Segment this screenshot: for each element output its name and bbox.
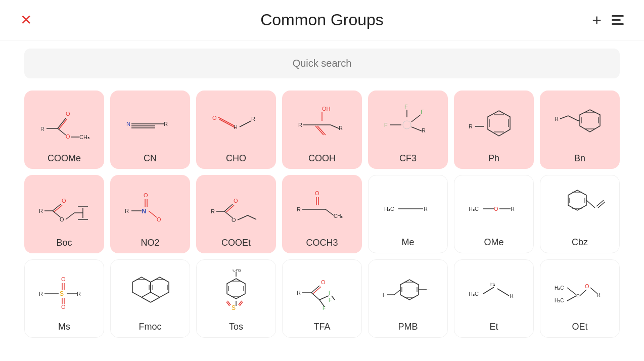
group-card-COOMe[interactable]: R O O CH₃ COOMe (24, 91, 104, 169)
svg-text:CH₃: CH₃ (334, 213, 343, 219)
search-bar[interactable] (24, 49, 620, 78)
svg-text:R: R (77, 291, 81, 297)
svg-line-49 (568, 116, 578, 121)
svg-text:R: R (298, 122, 302, 128)
group-card-COOEt[interactable]: R O O COOEt (196, 175, 276, 253)
structure-Et: H₃C H₂ R (458, 266, 529, 319)
group-label-Bn: Bn (574, 153, 585, 164)
close-button[interactable]: ✕ (20, 13, 32, 27)
app-header: ✕ Common Groups + (0, 0, 644, 40)
svg-line-24 (315, 126, 324, 135)
svg-text:O: O (212, 115, 217, 121)
svg-line-91 (326, 209, 334, 215)
group-label-Ms: Ms (58, 322, 70, 332)
group-card-Me[interactable]: H₃C R Me (368, 175, 448, 253)
svg-text:─: ─ (425, 287, 430, 293)
group-card-Boc[interactable]: R O O Boc (24, 175, 104, 253)
svg-text:R: R (297, 206, 301, 212)
svg-text:R: R (164, 121, 168, 127)
svg-text:S: S (232, 304, 236, 311)
group-card-OEt[interactable]: H₃C C O R H₃C OEt (540, 259, 620, 338)
group-card-Ms[interactable]: S O O R R Ms (24, 259, 104, 338)
svg-text:O: O (321, 279, 326, 285)
svg-line-168 (497, 289, 509, 296)
group-card-NO2[interactable]: R N O O NO2 (110, 175, 190, 253)
structure-Cbz (544, 182, 615, 234)
svg-text:O: O (66, 111, 70, 117)
svg-text:R: R (511, 206, 515, 212)
svg-text:CH₃: CH₃ (233, 269, 241, 273)
group-card-Tos[interactable]: CH₃ S Tos (196, 259, 276, 338)
svg-marker-50 (580, 110, 600, 132)
svg-line-106 (586, 200, 595, 208)
structure-CF3: F F F R (372, 97, 444, 150)
svg-line-28 (331, 125, 339, 128)
svg-line-83 (238, 215, 248, 220)
group-card-COCH3[interactable]: R O CH₃ COCH3 (282, 175, 362, 253)
svg-line-147 (311, 293, 319, 300)
group-card-Bn[interactable]: R Bn (540, 91, 620, 169)
svg-text:H₃C: H₃C (469, 291, 479, 297)
group-card-Et[interactable]: H₃C H₂ R Et (454, 259, 534, 338)
svg-line-37 (411, 127, 422, 131)
svg-line-163 (394, 290, 400, 295)
svg-text:R: R (297, 290, 301, 296)
structure-OMe: H₃C O R (458, 182, 529, 234)
group-label-OMe: OMe (484, 237, 503, 248)
svg-marker-156 (400, 280, 419, 300)
group-card-CN[interactable]: N R CN (110, 91, 190, 169)
svg-text:O: O (315, 190, 319, 196)
groups-grid: R O O CH₃ COOMe N R (0, 86, 644, 342)
svg-text:O: O (144, 192, 148, 198)
group-card-OMe[interactable]: H₃C O R OMe (454, 175, 534, 253)
group-label-Tos: Tos (229, 322, 243, 332)
group-card-COOH[interactable]: OH R R COOH (282, 91, 362, 169)
svg-line-123 (151, 297, 160, 302)
svg-text:H: H (234, 124, 238, 130)
svg-text:C: C (576, 293, 580, 298)
list-view-button[interactable] (612, 15, 624, 25)
group-label-COOEt: COOEt (221, 238, 251, 248)
structure-Me: H₃C R (373, 182, 443, 234)
search-input[interactable] (33, 58, 611, 69)
group-card-CF3[interactable]: F F F R CF3 (368, 91, 448, 169)
structure-Ms: S O O R R (29, 266, 100, 319)
svg-text:O: O (585, 283, 589, 289)
structure-PMB: F ─ (373, 266, 443, 319)
svg-text:R: R (422, 127, 426, 133)
group-card-Cbz[interactable]: Cbz (540, 175, 620, 253)
svg-text:R: R (424, 206, 428, 212)
svg-text:O: O (232, 217, 236, 223)
svg-text:O: O (494, 206, 498, 212)
svg-marker-120 (132, 277, 151, 297)
header-left: ✕ (20, 13, 32, 27)
svg-line-16 (218, 117, 235, 126)
svg-line-2 (58, 118, 66, 128)
svg-text:O: O (61, 276, 66, 282)
svg-line-48 (560, 116, 568, 119)
svg-text:O: O (60, 216, 64, 222)
group-label-Fmoc: Fmoc (139, 322, 162, 332)
group-card-CHO[interactable]: O H R CHO (196, 91, 276, 169)
svg-line-108 (598, 202, 605, 208)
svg-line-173 (580, 290, 586, 296)
add-button[interactable]: + (592, 12, 602, 28)
svg-line-5 (58, 128, 66, 135)
group-label-Cbz: Cbz (572, 237, 588, 248)
svg-line-148 (319, 296, 329, 300)
group-card-Fmoc[interactable]: Fmoc (110, 259, 190, 338)
svg-line-84 (248, 215, 256, 219)
svg-line-25 (317, 126, 326, 135)
structure-OEt: H₃C C O R H₃C (544, 266, 615, 319)
svg-text:R: R (469, 123, 473, 129)
group-card-Ph[interactable]: R Ph (454, 91, 534, 169)
group-card-TFA[interactable]: R O F F F TFA (282, 259, 362, 338)
structure-COOMe: R O O CH₃ (28, 97, 100, 150)
group-label-Ph: Ph (488, 153, 499, 164)
group-card-PMB[interactable]: F ─ PMB (368, 259, 448, 338)
svg-text:R: R (40, 126, 44, 132)
svg-marker-129 (227, 279, 245, 299)
structure-CN: N R (114, 97, 186, 150)
page-title: Common Groups (260, 11, 384, 29)
structure-COOH: OH R R (286, 97, 358, 150)
